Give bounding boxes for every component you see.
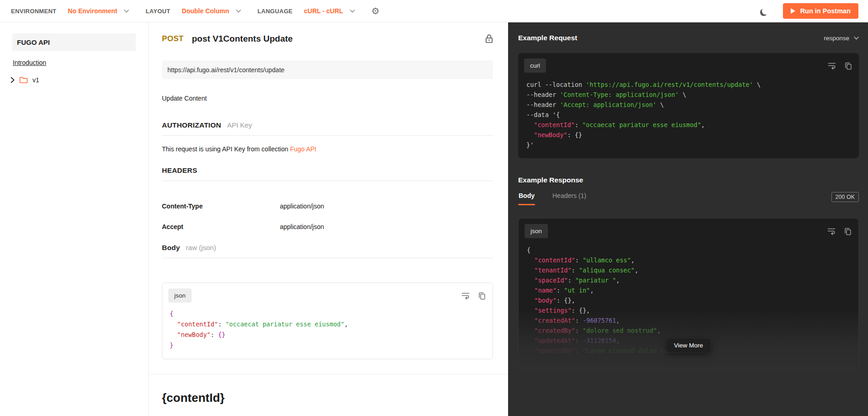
language-chip: curl [524, 59, 546, 73]
example-response-block: json [518, 218, 859, 369]
request-url-text: https://api.fugo.ai/rest/v1/contents/upd… [167, 66, 284, 74]
code-block-header: curl [518, 53, 859, 74]
topbar-right: Run in Postman [762, 3, 858, 19]
status-badge: 200 OK [831, 192, 859, 202]
header-value: application/json [280, 223, 324, 230]
code-line: "newBody": {} [526, 130, 851, 140]
code-line: "contentId": "occaecat pariatur esse eiu… [526, 120, 851, 130]
request-title: post V1Contents Update [192, 34, 486, 44]
copy-icon [845, 62, 852, 70]
layout-group: LAYOUT Double Column [145, 7, 241, 15]
header-row: Content-Type application/json [162, 203, 493, 210]
code-line: curl --location 'https://api.fugo.ai/res… [526, 80, 851, 90]
copy-button[interactable] [844, 227, 852, 235]
topbar: ENVIRONMENT No Environment LAYOUT Double… [0, 0, 868, 22]
sidebar-item-introduction[interactable]: Introduction [13, 59, 46, 66]
gear-icon: ⚙ [371, 6, 380, 16]
settings-button[interactable]: ⚙ [371, 6, 380, 16]
tab-headers[interactable]: Headers (1) [552, 192, 587, 205]
folder-label: v1 [32, 76, 39, 84]
code-block-actions [827, 227, 852, 235]
environment-value: No Environment [68, 7, 117, 15]
request-header: POST post V1Contents Update [162, 34, 493, 44]
view-more-button[interactable]: View More [666, 338, 711, 352]
code-line: "contentId": "occaecat pariatur esse eiu… [170, 319, 485, 330]
moon-icon [762, 7, 769, 15]
header-key: Accept [162, 223, 280, 230]
copy-button[interactable] [845, 62, 852, 70]
example-request-block: curl [518, 53, 859, 158]
body-mode: raw (json) [186, 244, 216, 251]
method-badge: POST [162, 34, 184, 43]
authorization-type: API Key [227, 121, 252, 129]
code-line: { [170, 309, 485, 319]
body-heading: Body [162, 244, 180, 252]
code-block-actions [461, 292, 486, 300]
example-response-heading: Example Response [518, 176, 859, 184]
sidebar-item-v1[interactable]: v1 [11, 76, 148, 84]
code-block-header: json [519, 219, 858, 239]
language-chip: json [168, 288, 192, 303]
code-line: "createdBy": "dolore sed nostrud", [527, 325, 850, 336]
content-id-heading: {contentId} [162, 391, 493, 405]
wrap-text-button[interactable] [828, 62, 836, 70]
example-request-header: Example Request response [518, 34, 859, 42]
request-description: Update Content [162, 95, 493, 102]
response-tabs: Body Headers (1) 200 OK [518, 192, 859, 205]
sidebar: FUGO API Introduction v1 [0, 22, 149, 416]
environment-dropdown[interactable]: No Environment [68, 7, 129, 15]
code-line: "spaceId": "pariatur ", [527, 275, 850, 285]
response-selector[interactable]: response [824, 35, 859, 42]
authorization-section-heading: AUTHORIZATION API Key [162, 121, 493, 136]
example-request-heading: Example Request [518, 34, 577, 42]
code-block-header: json [162, 283, 493, 304]
body-section-heading: Body raw (json) [162, 244, 493, 258]
code-line: --header 'Content-Type: application/json… [526, 90, 851, 100]
language-dropdown[interactable]: cURL - cURL [304, 7, 355, 15]
code-line: { [527, 245, 850, 255]
code-line: --data '{ [526, 110, 851, 120]
layout-dropdown[interactable]: Double Column [182, 7, 241, 15]
code-line: "contentId": "ullamco ess", [527, 255, 850, 265]
headers-heading: HEADERS [162, 166, 197, 175]
collection-name: FUGO API [17, 38, 50, 46]
code-block-actions [828, 62, 852, 70]
wrap-text-icon [461, 292, 470, 299]
authorization-note: This request is using API Key from colle… [162, 145, 493, 153]
run-in-postman-button[interactable]: Run in Postman [783, 3, 858, 19]
curl-code: curl --location 'https://api.fugo.ai/res… [518, 74, 859, 157]
code-line: "newBody": {} [170, 330, 485, 340]
copy-button[interactable] [478, 292, 486, 300]
wrap-text-button[interactable] [461, 292, 470, 300]
code-line: }' [526, 140, 851, 150]
authorization-heading: AUTHORIZATION [162, 121, 221, 129]
chevron-down-icon [350, 10, 355, 13]
chevron-down-icon [854, 37, 859, 40]
language-chip: json [525, 224, 548, 238]
language-group: LANGUAGE cURL - cURL [257, 7, 355, 15]
code-line: } [170, 340, 485, 351]
header-value: application/json [280, 203, 324, 210]
headers-table: Content-Type application/json Accept app… [162, 203, 493, 230]
code-line: "body": {}, [527, 295, 850, 305]
request-url: https://api.fugo.ai/rest/v1/contents/upd… [162, 60, 493, 79]
theme-toggle-button[interactable] [762, 7, 769, 15]
lock-icon [485, 34, 493, 43]
header-row: Accept application/json [162, 223, 493, 230]
language-label: LANGUAGE [257, 8, 293, 15]
chevron-right-icon [11, 77, 15, 83]
collection-link[interactable]: Fugo API [290, 145, 316, 153]
code-line: "createdAt": -96075761, [527, 315, 850, 325]
code-line: --header 'Accept: application/json' \ [526, 100, 851, 110]
wrap-text-button[interactable] [827, 227, 836, 235]
sidebar-item-collection[interactable]: FUGO API [12, 33, 136, 51]
authorization-note-text: This request is using API Key from colle… [162, 145, 290, 153]
response-selector-value: response [824, 35, 849, 42]
copy-icon [844, 227, 852, 235]
layout-value: Double Column [182, 7, 229, 15]
example-panel: Example Request response curl [508, 22, 868, 416]
copy-icon [478, 292, 486, 300]
wrap-text-icon [827, 228, 836, 235]
layout-label: LAYOUT [145, 8, 170, 15]
tab-body[interactable]: Body [518, 192, 535, 205]
